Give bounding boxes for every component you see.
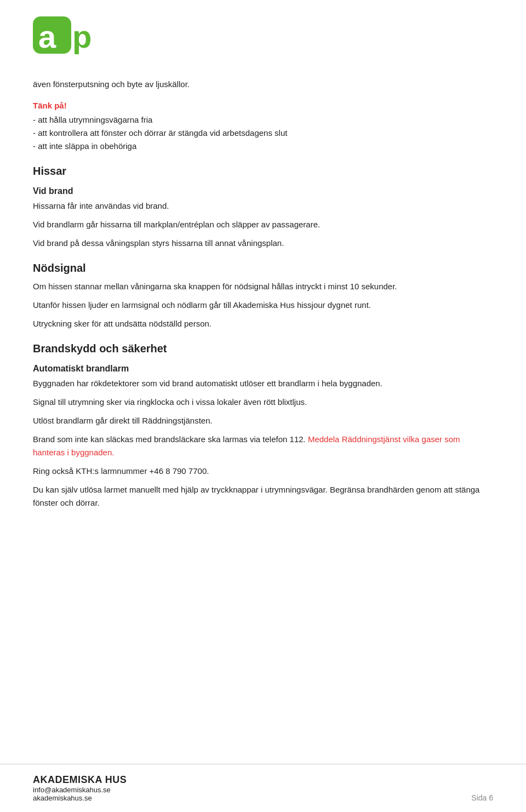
hissar-line2: Vid brand på dessa våningsplan styrs his… [33,237,493,250]
footer-brand: AKADEMISKA HUS [33,774,127,786]
brandskydd-section: Brandskydd och säkerhet Automatiskt bran… [33,342,493,510]
footer-website: akademiskahus.se [33,794,127,802]
nodsignal-section: Nödsignal Om hissen stannar mellan vånin… [33,262,493,330]
footer-left: AKADEMISKA HUS info@akademiskahus.se aka… [33,774,127,802]
logo-area: a p [33,16,493,62]
nodsignal-heading: Nödsignal [33,262,493,275]
brandskydd-line5: Du kan själv utlösa larmet manuellt med … [33,483,493,510]
brandskydd-line3: Brand som inte kan släckas med brandsläc… [33,433,493,459]
brandskydd-line3-part1: Brand som inte kan släckas med brandsläc… [33,434,306,444]
brandskydd-line2: Signal till utrymning sker via ringklock… [33,396,493,409]
bullet-item: - att kontrollera att fönster och dörrar… [33,127,493,140]
hissar-line1: Vid brandlarm går hissarna till markplan… [33,218,493,231]
automatiskt-brandlarm-heading: Automatiskt brandlarm [33,364,493,374]
hissar-heading: Hissar [33,165,493,178]
footer-email: info@akademiskahus.se [33,786,127,794]
hissar-red-line: Hissarna får inte användas vid brand. [33,199,493,213]
vid-brand-sub-heading: Vid brand [33,186,493,196]
brandskydd-line4: Ring också KTH:s larmnummer +46 8 790 77… [33,465,493,478]
brandskydd-heading: Brandskydd och säkerhet [33,342,493,355]
bullet-list: - att hålla utrymningsvägarna fria - att… [33,113,493,153]
svg-text:a: a [38,19,56,54]
brandskydd-red-line1: Utlöst brandlarm går direkt till Räddnin… [33,414,493,427]
bullet-item: - att inte släppa in obehöriga [33,140,493,153]
intro-text: även fönsterputsning och byte av ljuskäl… [33,78,493,91]
nodsignal-line1: Om hissen stannar mellan våningarna ska … [33,280,493,293]
svg-text:p: p [72,19,92,54]
brandskydd-line1: Byggnaden har rökdetektorer som vid bran… [33,377,493,390]
tank-pa-label: Tänk på! [33,101,493,110]
hissar-section: Hissar Vid brand Hissarna får inte använ… [33,165,493,250]
logo-icon: a p [33,16,99,60]
footer: AKADEMISKA HUS info@akademiskahus.se aka… [0,764,526,812]
bullet-item: - att hålla utrymningsvägarna fria [33,113,493,127]
nodsignal-line2: Utanför hissen ljuder en larmsignal och … [33,299,493,312]
footer-page: Sida 6 [471,793,493,802]
page: a p även fönsterputsning och byte av lju… [0,0,526,812]
nodsignal-line3: Utryckning sker för att undsätta nödstäl… [33,317,493,330]
